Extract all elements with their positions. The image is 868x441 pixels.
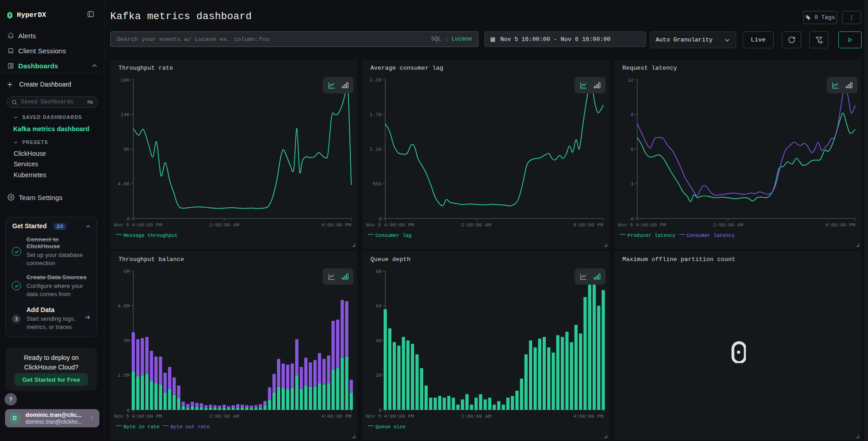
svg-text:20: 20 — [375, 373, 381, 378]
svg-text:40: 40 — [375, 338, 381, 344]
svg-text:4.5M: 4.5M — [118, 303, 129, 309]
svg-text:12: 12 — [627, 77, 633, 83]
svg-text:60: 60 — [375, 303, 381, 309]
svg-text:1.7K: 1.7K — [370, 112, 382, 118]
svg-text:18K: 18K — [121, 77, 130, 83]
svg-text:0: 0 — [379, 408, 382, 413]
svg-text:6: 6 — [631, 147, 634, 152]
svg-text:550: 550 — [373, 181, 382, 187]
svg-text:3M: 3M — [123, 338, 129, 344]
svg-text:6M: 6M — [123, 269, 129, 274]
svg-text:0: 0 — [379, 216, 382, 222]
svg-text:0: 0 — [631, 216, 634, 222]
svg-text:1.5M: 1.5M — [118, 373, 129, 378]
svg-text:3: 3 — [631, 181, 634, 187]
svg-text:0: 0 — [127, 408, 130, 413]
svg-text:80: 80 — [375, 269, 381, 274]
svg-text:4.5K: 4.5K — [118, 181, 130, 187]
svg-text:1.1K: 1.1K — [370, 147, 382, 152]
svg-text:9K: 9K — [123, 147, 130, 152]
svg-text:0: 0 — [127, 216, 130, 222]
svg-text:14K: 14K — [121, 112, 130, 118]
svg-text:2.2K: 2.2K — [370, 77, 382, 83]
svg-text:9: 9 — [631, 112, 634, 118]
